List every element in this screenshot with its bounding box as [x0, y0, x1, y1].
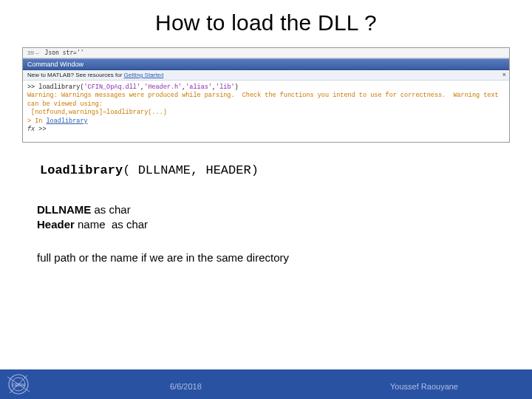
param-notes: DLLNAME as char Header name as char	[37, 202, 532, 233]
param-dllname-desc: as char	[91, 203, 130, 216]
cmd-text: )	[235, 83, 239, 91]
editor-code-fragment: Json str=''	[45, 50, 84, 56]
command-window-titlebar: Command Window	[23, 58, 509, 70]
cmd-string: 'Header.h'	[144, 83, 182, 91]
cern-logo: CERN	[4, 370, 33, 398]
editor-tab-strip: 39 – Json str=''	[23, 48, 509, 58]
matlab-screenshot: 39 – Json str='' Command Window New to M…	[22, 47, 510, 143]
cmd-string: 'alias'	[185, 83, 212, 91]
logo-text: CERN	[12, 383, 24, 387]
syntax-close: )	[251, 163, 259, 177]
syntax-comma: ,	[191, 163, 205, 177]
footer-date: 6/6/2018	[170, 382, 202, 391]
cmd-string: 'lib'	[216, 83, 235, 91]
syntax-line: Loadlibrary( DLLNAME, HEADER)	[40, 163, 532, 177]
slide-title: How to load the DLL ?	[0, 0, 532, 43]
cmd-warning-link[interactable]: loadlibrary	[47, 117, 88, 125]
cmd-warning: can be viewed using:	[27, 100, 103, 108]
param-dllname-label: DLLNAME	[37, 203, 91, 216]
syntax-arg1: DLLNAME	[138, 163, 191, 177]
command-window-banner: New to MATLAB? See resources for Getting…	[23, 70, 509, 81]
slide-footer: CERN 6/6/2018 Youssef Raouyane	[0, 369, 532, 399]
cmd-string: 'CFIN_OpAq.dll'	[84, 83, 141, 91]
cmd-warning: [notfound,warnings]=loadlibrary(...)	[27, 109, 167, 116]
footer-author: Youssef Raouyane	[390, 382, 458, 391]
syntax-open: (	[123, 163, 137, 177]
syntax-arg2: HEADER	[205, 163, 250, 177]
cmd-text: >> loadlibrary(	[27, 83, 84, 91]
cmd-warning: Warning: Warnings messages were produced…	[27, 92, 499, 99]
editor-line-number: 39 –	[27, 50, 39, 56]
command-window-body: >> loadlibrary('CFIN_OpAq.dll','Header.h…	[23, 81, 509, 142]
banner-close-button[interactable]: ×	[502, 71, 506, 78]
syntax-func: Loadlibrary	[40, 163, 123, 177]
cmd-warning: > In	[27, 117, 47, 125]
param-header-desc: name as char	[75, 218, 148, 231]
getting-started-link[interactable]: Getting Started	[124, 72, 164, 78]
param-header-label: Header	[37, 218, 75, 231]
fullpath-note: full path or the name if we are in the s…	[37, 251, 532, 264]
banner-text: New to MATLAB? See resources for	[27, 72, 124, 78]
cmd-prompt: fx >>	[27, 126, 47, 133]
